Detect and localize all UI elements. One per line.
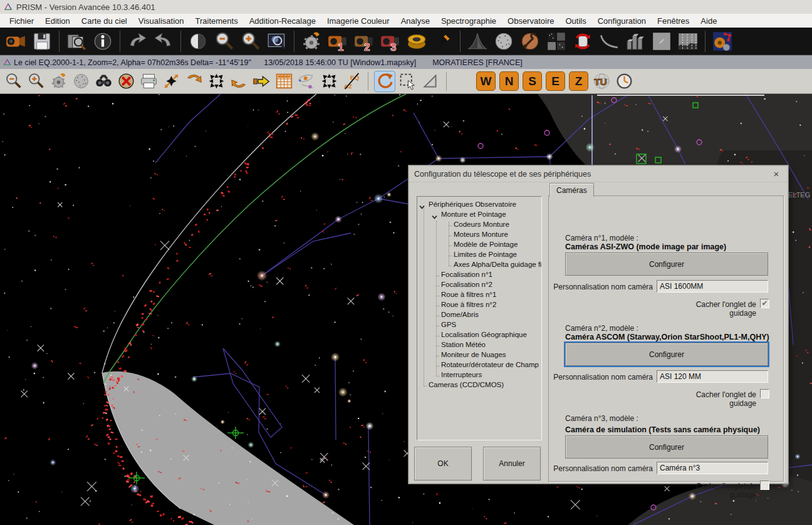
bar-chart-3d-icon[interactable] [623,29,647,53]
ephemeris-table-icon[interactable] [274,71,294,91]
cone-3d-icon[interactable] [466,29,489,53]
rotate-view-icon[interactable] [375,71,395,91]
menu-item-visualisation[interactable]: Visualisation [133,15,190,27]
zoom-out-icon[interactable] [3,71,23,91]
histogram-panel-icon[interactable] [676,29,700,53]
solar-system-icon[interactable] [296,71,316,91]
tree-expand-chevron[interactable] [431,212,438,219]
camera-2-hide-guiding-checkbox[interactable] [760,389,769,398]
tree-item-dome-abris[interactable]: Dome/Abris [441,311,479,320]
expand-arrows-icon[interactable] [161,71,181,91]
dome-sphere-icon[interactable] [71,71,91,91]
printer-icon[interactable] [138,71,159,91]
camera-2-icon[interactable]: 2 [352,29,376,53]
direction-button-n[interactable]: N [499,71,519,91]
camera-3-icon[interactable]: 3 [378,29,402,53]
contrast-icon[interactable] [186,29,210,53]
menu-item-observatoire[interactable]: Observatoire [502,15,560,27]
tree-item-limites-de-pointage[interactable]: Limites de Pointage [454,251,517,260]
menu-item-carte-du-ciel[interactable]: Carte du ciel [76,15,133,27]
camera-3-hide-guiding-checkbox[interactable] [760,481,769,490]
peripherals-tree[interactable]: Périphériques ObservatoireMonture et Poi… [417,196,542,440]
tree-item-rotateur-d-rotateur-de-champ[interactable]: Rotateur/dérotateur de Champ [441,361,539,370]
camera-1-icon[interactable]: 1 [326,29,350,53]
tree-item-monture-et-pointage[interactable]: Monture et Pointage [441,211,506,220]
rotate-red-icon[interactable] [571,29,595,53]
menu-item-fichier[interactable]: Fichier [4,15,39,27]
direction-button-e[interactable]: E [546,71,565,91]
measure-triangle-icon[interactable] [420,71,440,91]
direction-button-z[interactable]: Z [569,71,588,91]
menu-item-edition[interactable]: Edition [39,15,76,27]
tree-item-station-m-t-o[interactable]: Station Météo [441,341,486,350]
tree-item-p-riph-riques-observatoire[interactable]: Périphériques Observatoire [429,200,516,210]
gear-hand-icon[interactable] [299,29,323,53]
mosaic-icon[interactable] [544,29,568,53]
tree-item-roue-filtres-n-1[interactable]: Roue à filtres n°1 [441,291,496,300]
cancel-button[interactable]: Annuler [483,447,541,481]
zoom-in-icon[interactable] [26,71,46,91]
menu-item-outils[interactable]: Outils [560,15,591,27]
menu-item-imagerie-couleur[interactable]: Imagerie Couleur [321,15,395,27]
camera-acquire-icon[interactable] [4,29,28,53]
step-arrow-icon[interactable] [251,71,271,91]
info-icon[interactable] [91,29,115,53]
blank-frame-icon[interactable] [650,29,674,53]
direction-button-w[interactable]: W [476,71,496,91]
camera-3-name-input[interactable] [657,462,768,474]
preview-zoom-icon[interactable] [265,29,289,53]
curve-graph-icon[interactable] [597,29,621,53]
clock-icon[interactable] [614,71,634,91]
redo-icon[interactable] [152,29,175,53]
tree-item-gps[interactable]: GPS [441,321,456,330]
ok-button[interactable]: OK [414,447,472,481]
compress-center-icon[interactable] [319,71,339,91]
binoculars-icon[interactable] [93,71,113,91]
camera-1-configure-button[interactable]: Configurer [565,252,768,276]
camera-2-name-input[interactable] [657,370,768,383]
dome-sphere-icon[interactable] [492,29,516,53]
tree-item-mod-le-de-pointage[interactable]: Modèle de Pointage [454,241,518,250]
tree-item-localisation-g-ographique[interactable]: Localisation Géographique [441,331,527,340]
menu-item-traitements[interactable]: Traitements [190,15,244,27]
select-region-icon[interactable] [397,71,417,91]
tu-globe-icon[interactable]: TU [591,71,612,91]
eq-az-icon[interactable]: EQAZ [341,71,362,91]
tree-item-focalisation-n-2[interactable]: Focalisation n°2 [441,281,492,290]
menu-item-spectrographie[interactable]: Spectrographie [435,15,502,27]
filter-wheel-icon[interactable] [405,29,429,53]
zoom-out-icon[interactable] [212,29,236,53]
tree-item-moniteur-de-nuages[interactable]: Moniteur de Nuages [441,351,506,360]
image-adjust-icon[interactable] [65,29,88,53]
menu-item-aide[interactable]: Aide [695,15,722,27]
flip-east-icon[interactable] [229,71,249,91]
forbidden-icon[interactable] [116,71,136,91]
undo-icon[interactable] [125,29,149,53]
camera-2-configure-button[interactable]: Configurer [565,343,768,366]
tree-expand-chevron[interactable] [419,202,425,209]
tab-cameras[interactable]: Caméras [549,183,594,197]
menu-item-fen-tres[interactable]: Fenêtres [652,15,695,27]
tree-item-cameras-ccd-cmos[interactable]: Cameras (CCD/CMOS) [429,381,504,390]
wrench-disc-icon[interactable] [518,29,542,53]
camera-1-name-input[interactable] [657,280,768,293]
gear-hand-icon[interactable] [48,71,68,91]
flashlight-icon[interactable] [431,29,455,53]
tree-item-roue-filtres-n-2[interactable]: Roue à filtres n°2 [441,301,496,310]
tree-item-moteurs-monture[interactable]: Moteurs Monture [454,231,508,240]
camera-3-configure-button[interactable]: Configurer [565,435,768,459]
camera-1-hide-guiding-checkbox[interactable] [760,299,769,308]
direction-button-s[interactable]: S [523,71,542,91]
menu-item-addition-recalage[interactable]: Addition-Recalage [244,15,321,27]
autoguide-icon[interactable] [710,29,734,53]
compress-center-icon[interactable] [206,71,226,91]
tree-item-codeurs-monture[interactable]: Codeurs Monture [454,221,509,230]
save-icon[interactable] [30,29,54,53]
tree-item-focalisation-n-1[interactable]: Focalisation n°1 [441,271,492,280]
flip-south-icon[interactable] [184,71,204,91]
menu-item-configuration[interactable]: Configuration [592,15,652,27]
tree-item-interrupteurs[interactable]: Interrupteurs [441,371,482,380]
tree-item-axes-alpha-delta-guidage-fin[interactable]: Axes Alpha/Delta guidage fin [454,261,542,270]
menu-item-analyse[interactable]: Analyse [395,15,435,27]
zoom-in-icon[interactable] [239,29,263,53]
